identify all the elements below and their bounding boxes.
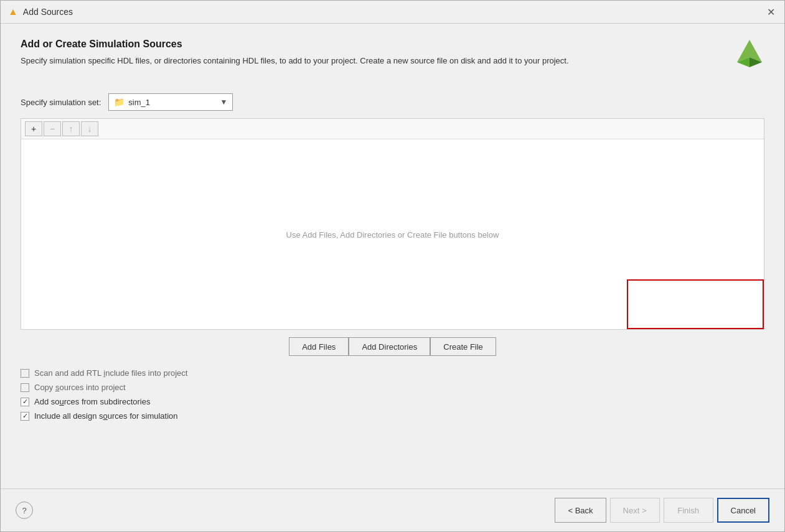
main-title: Add or Create Simulation Sources xyxy=(21,39,727,50)
add-subdirs-label: Add sources from subdirectories xyxy=(34,397,150,406)
dialog-title: Add Sources xyxy=(23,7,73,17)
logo-area xyxy=(727,39,764,76)
scan-rtl-checkbox[interactable] xyxy=(21,369,29,378)
title-bar: ▲ Add Sources ✕ xyxy=(1,1,784,24)
files-content-area: Use Add Files, Add Directories or Create… xyxy=(21,139,764,329)
sim-set-dropdown[interactable]: 📁 sim_1 ▼ xyxy=(108,93,233,111)
create-file-button[interactable]: Create File xyxy=(430,337,496,356)
action-buttons-row: Add Files Add Directories Create File xyxy=(21,337,764,356)
copy-sources-label: Copy sources into project xyxy=(34,383,126,392)
checkbox-row-include-design: Include all design sources for simulatio… xyxy=(21,411,764,421)
nav-buttons: < Back Next > Finish Cancel xyxy=(555,498,769,523)
sim-set-row: Specify simulation set: 📁 sim_1 ▼ xyxy=(21,93,764,111)
add-subdirs-checkbox[interactable] xyxy=(21,398,29,406)
description: Specify simulation specific HDL files, o… xyxy=(21,55,674,67)
next-button[interactable]: Next > xyxy=(610,498,660,523)
content-area: Add or Create Simulation Sources Specify… xyxy=(1,24,784,488)
include-design-label: Include all design sources for simulatio… xyxy=(34,411,178,421)
add-file-toolbar-button[interactable]: + xyxy=(25,121,42,136)
files-panel: + − ↑ ↓ Use Add Files, Add Directories o… xyxy=(21,118,764,330)
vivado-icon: ▲ xyxy=(8,6,18,17)
copy-sources-checkbox[interactable] xyxy=(21,383,29,392)
chevron-down-icon: ▼ xyxy=(220,98,227,106)
help-button[interactable]: ? xyxy=(16,502,33,519)
checkbox-row-add-subdirs: Add sources from subdirectories xyxy=(21,397,764,406)
sim-set-value: sim_1 xyxy=(128,98,216,107)
bottom-bar: ? < Back Next > Finish Cancel xyxy=(1,488,784,531)
move-up-toolbar-button[interactable]: ↑ xyxy=(62,121,80,136)
add-directories-button[interactable]: Add Directories xyxy=(349,337,430,356)
title-bar-left: ▲ Add Sources xyxy=(8,6,73,17)
back-button[interactable]: < Back xyxy=(555,498,606,523)
cancel-button[interactable]: Cancel xyxy=(717,498,769,523)
empty-message: Use Add Files, Add Directories or Create… xyxy=(286,230,499,239)
checkboxes-section: Scan and add RTL include files into proj… xyxy=(21,368,764,421)
checkbox-row-scan-rtl: Scan and add RTL include files into proj… xyxy=(21,368,764,378)
include-design-checkbox[interactable] xyxy=(21,412,29,421)
remove-file-toolbar-button[interactable]: − xyxy=(44,121,61,136)
folder-icon: 📁 xyxy=(114,97,125,107)
toolbar: + − ↑ ↓ xyxy=(21,119,764,139)
move-down-toolbar-button[interactable]: ↓ xyxy=(81,121,98,136)
finish-button[interactable]: Finish xyxy=(664,498,713,523)
sim-set-label: Specify simulation set: xyxy=(21,98,101,107)
checkbox-row-copy-sources: Copy sources into project xyxy=(21,383,764,392)
header-text-block: Add or Create Simulation Sources Specify… xyxy=(21,39,727,67)
add-files-button[interactable]: Add Files xyxy=(289,337,349,356)
create-file-highlight xyxy=(627,279,764,329)
close-button[interactable]: ✕ xyxy=(764,6,777,18)
add-sources-dialog: ▲ Add Sources ✕ Add or Create Simulation… xyxy=(0,0,785,532)
scan-rtl-label: Scan and add RTL include files into proj… xyxy=(34,368,187,378)
header-section: Add or Create Simulation Sources Specify… xyxy=(21,39,764,76)
vivado-logo-icon xyxy=(735,39,764,68)
